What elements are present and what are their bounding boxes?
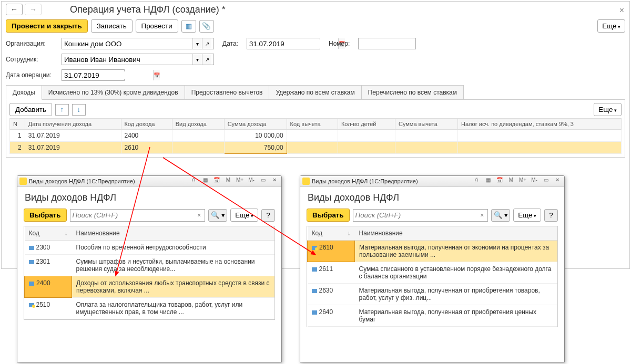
dropdown-icon[interactable]: ▾ bbox=[192, 54, 202, 65]
table-row[interactable]: 131.07.2019240010 000,00 bbox=[10, 130, 622, 142]
tab-1[interactable]: Исчислено по 13% (30%) кроме дивидендов bbox=[42, 85, 185, 99]
list-item[interactable]: 2300Пособия по временной нетрудоспособно… bbox=[25, 241, 275, 255]
list-item[interactable]: 2510Оплата за налогоплательщика товаров,… bbox=[25, 298, 275, 319]
tab-2[interactable]: Предоставлено вычетов bbox=[185, 85, 270, 99]
org-field[interactable]: ▾ ↗ bbox=[62, 38, 214, 49]
help-icon[interactable]: ? bbox=[544, 209, 558, 222]
calc-icon[interactable]: ▦ bbox=[483, 177, 493, 185]
attach-icon[interactable]: 📎 bbox=[199, 20, 214, 33]
list-item[interactable]: 2610Материальная выгода, полученная от э… bbox=[308, 241, 558, 262]
calendar-icon[interactable]: 📅 bbox=[212, 177, 221, 185]
search-field[interactable] bbox=[73, 211, 196, 219]
column-header[interactable]: Код дохода bbox=[121, 119, 172, 130]
number-input[interactable] bbox=[358, 38, 416, 49]
code-header[interactable]: Код↓ bbox=[25, 226, 72, 241]
tab-0[interactable]: Доходы bbox=[6, 85, 42, 100]
close-icon[interactable]: ✕ bbox=[553, 177, 562, 185]
list-item[interactable]: 2640Материальная выгода, полученная от п… bbox=[308, 305, 558, 327]
table-row[interactable]: 231.07.20192610750,00 bbox=[10, 142, 622, 154]
name-header[interactable]: Наименование bbox=[355, 226, 558, 241]
popup-title: Виды доходов НДФЛ bbox=[17, 187, 281, 209]
more-button[interactable]: Еще bbox=[594, 103, 622, 116]
more-button[interactable]: Еще bbox=[230, 209, 258, 222]
item-icon bbox=[312, 310, 317, 315]
popup-titlebar[interactable]: Виды доходов НДФЛ (1С:Предприятие) ⎙ ▦ 📅… bbox=[300, 176, 564, 187]
save-button[interactable]: Записать bbox=[91, 19, 133, 33]
list-item[interactable]: 2400Доходы от использования любых трансп… bbox=[25, 276, 275, 298]
income-types-popup-2: Виды доходов НДФЛ (1С:Предприятие) ⎙ ▦ 📅… bbox=[300, 175, 565, 362]
back-button[interactable]: ← bbox=[6, 4, 23, 15]
list-item[interactable]: 2630Материальная выгода, полученная от п… bbox=[308, 284, 558, 305]
calendar-icon[interactable]: 📅 bbox=[153, 70, 160, 80]
post-button[interactable]: Провести bbox=[136, 19, 178, 33]
mem-mminus-icon[interactable]: M- bbox=[247, 177, 256, 185]
dropdown-icon[interactable]: ▾ bbox=[192, 38, 202, 49]
search-input[interactable]: × bbox=[70, 209, 206, 222]
popup-titlebar-text: Виды доходов НДФЛ (1С:Предприятие) bbox=[29, 178, 135, 184]
search-icon[interactable]: 🔍 ▾ bbox=[208, 209, 227, 222]
column-header[interactable]: Налог исч. по дивидендам, ставкам 9%, 3 bbox=[457, 119, 621, 130]
more-button[interactable]: Еще bbox=[513, 209, 541, 222]
search-input[interactable]: × bbox=[353, 209, 488, 222]
popup-titlebar[interactable]: Виды доходов НДФЛ (1С:Предприятие) ⎙ ▦ 📅… bbox=[17, 176, 281, 187]
more-button[interactable]: Еще bbox=[597, 19, 625, 33]
search-icon[interactable]: 🔍 ▾ bbox=[491, 209, 510, 222]
print-icon[interactable]: ⎙ bbox=[472, 177, 481, 185]
help-icon[interactable]: ? bbox=[261, 209, 275, 222]
forward-button[interactable]: → bbox=[25, 4, 42, 15]
post-and-close-button[interactable]: Провести и закрыть bbox=[6, 19, 88, 33]
column-header[interactable]: Кол-во детей bbox=[338, 119, 395, 130]
search-field[interactable] bbox=[355, 211, 479, 219]
org-label: Организация: bbox=[6, 40, 58, 47]
employee-field[interactable]: ▾ ↗ bbox=[62, 54, 214, 65]
clear-icon[interactable]: × bbox=[196, 212, 202, 219]
popup-titlebar-text: Виды доходов НДФЛ (1С:Предприятие) bbox=[312, 178, 418, 184]
minimize-icon[interactable]: ▭ bbox=[541, 177, 551, 185]
column-header[interactable]: Сумма вычета bbox=[395, 119, 457, 130]
tab-3[interactable]: Удержано по всем ставкам bbox=[269, 85, 361, 99]
mem-m-icon[interactable]: M bbox=[506, 177, 516, 185]
column-header[interactable]: Вид дохода bbox=[172, 119, 224, 130]
close-icon[interactable]: ✕ bbox=[270, 177, 279, 185]
open-icon[interactable]: ↗ bbox=[202, 54, 211, 65]
item-icon bbox=[29, 303, 34, 307]
column-header[interactable]: N bbox=[10, 119, 25, 130]
item-icon bbox=[312, 267, 317, 272]
report-icon[interactable]: ▥ bbox=[181, 20, 196, 33]
income-types-list: Код↓ Наименование 2300Пособия по временн… bbox=[24, 226, 274, 319]
op-date-input[interactable] bbox=[64, 71, 153, 79]
employee-input[interactable] bbox=[64, 56, 192, 64]
clear-icon[interactable]: × bbox=[479, 212, 485, 219]
item-icon bbox=[29, 246, 34, 250]
move-down-icon[interactable]: ↓ bbox=[72, 104, 86, 116]
open-icon[interactable]: ↗ bbox=[202, 38, 211, 49]
app-icon bbox=[302, 178, 310, 185]
name-header[interactable]: Наименование bbox=[72, 226, 275, 241]
date-field[interactable]: 📅 bbox=[247, 38, 320, 49]
mem-mplus-icon[interactable]: M+ bbox=[518, 177, 527, 185]
tab-4[interactable]: Перечислено по всем ставкам bbox=[361, 85, 464, 99]
mem-m-icon[interactable]: M bbox=[223, 177, 233, 185]
calc-icon[interactable]: ▦ bbox=[200, 177, 210, 185]
date-input[interactable] bbox=[249, 40, 338, 48]
org-input[interactable] bbox=[64, 40, 192, 48]
choose-button[interactable]: Выбрать bbox=[307, 209, 350, 222]
minimize-icon[interactable]: ▭ bbox=[258, 177, 268, 185]
column-header[interactable]: Дата получения дохода bbox=[25, 119, 121, 130]
move-up-icon[interactable]: ↑ bbox=[55, 104, 69, 116]
mem-mminus-icon[interactable]: M- bbox=[530, 177, 539, 185]
choose-button[interactable]: Выбрать bbox=[24, 209, 67, 222]
mem-mplus-icon[interactable]: M+ bbox=[235, 177, 245, 185]
code-header[interactable]: Код↓ bbox=[308, 226, 355, 241]
income-types-popup-1: Виды доходов НДФЛ (1С:Предприятие) ⎙ ▦ 📅… bbox=[17, 175, 282, 362]
close-icon[interactable]: × bbox=[619, 6, 624, 15]
column-header[interactable]: Код вычета bbox=[287, 119, 338, 130]
list-item[interactable]: 2611Сумма списанного в установленном пор… bbox=[308, 262, 558, 284]
list-item[interactable]: 2301Суммы штрафов и неустойки, выплачива… bbox=[25, 255, 275, 276]
tab-content: Добавить ↑ ↓ Еще NДата получения доходаК… bbox=[6, 100, 625, 158]
column-header[interactable]: Сумма дохода bbox=[224, 119, 287, 130]
add-button[interactable]: Добавить bbox=[9, 103, 52, 116]
calendar-icon[interactable]: 📅 bbox=[495, 177, 504, 185]
print-icon[interactable]: ⎙ bbox=[189, 177, 198, 185]
op-date-field[interactable]: 📅 bbox=[62, 69, 125, 81]
